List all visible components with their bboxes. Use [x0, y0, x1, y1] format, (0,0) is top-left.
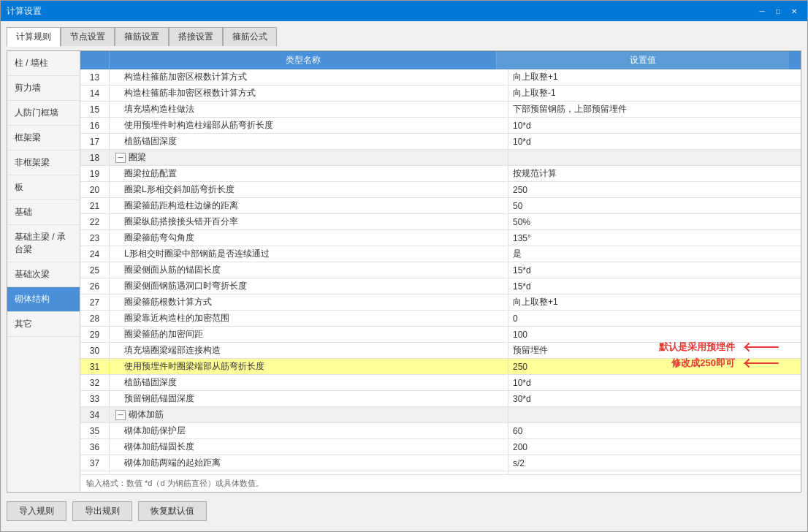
- table-row: 18─圈梁: [80, 150, 801, 166]
- table-row: 13构造柱箍筋加密区根数计算方式向上取整+1: [80, 69, 801, 86]
- footer-btn-1[interactable]: 导出规则: [72, 501, 132, 521]
- footer-btn-0[interactable]: 导入规则: [7, 501, 66, 521]
- cell-number: 30: [80, 343, 110, 358]
- group-toggle[interactable]: ─: [115, 153, 126, 163]
- sidebar-item-0[interactable]: 柱 / 墙柱: [7, 51, 80, 76]
- table-row: 23圈梁箍筋弯勾角度135°: [80, 230, 801, 246]
- cell-value[interactable]: 250: [508, 359, 801, 374]
- cell-name: 砌体加筋锚固长度: [110, 439, 508, 455]
- cell-number: 18: [80, 150, 110, 165]
- cell-name: 填充墙构造柱做法: [110, 102, 508, 117]
- cell-number: 14: [80, 86, 110, 101]
- cell-name: 圈梁侧面从筋的锚固长度: [110, 262, 508, 278]
- cell-name: 填充墙圈梁端部连接构造: [110, 343, 508, 358]
- window-controls: ─ □ ✕: [755, 4, 801, 18]
- cell-value: 10*d: [508, 375, 801, 390]
- table-row: 30填充墙圈梁端部连接构造预留埋件: [80, 343, 801, 359]
- cell-value: 下部预留钢筋，上部预留埋件: [508, 102, 801, 117]
- tab-bar: 计算规则节点设置箍筋设置搭接设置箍筋公式: [7, 27, 801, 46]
- cell-name: 使用预埋件时构造柱端部从筋弯折长度: [110, 118, 508, 133]
- cell-number: 13: [80, 69, 110, 85]
- cell-number: 25: [80, 262, 110, 278]
- table-row: 19圈梁拉筋配置按规范计算: [80, 166, 801, 182]
- cell-value: 200: [508, 439, 801, 455]
- close-button[interactable]: ✕: [787, 4, 801, 18]
- table-row[interactable]: 31使用预埋件时圈梁端部从筋弯折长度250: [80, 359, 801, 375]
- cell-number: 26: [80, 278, 110, 294]
- tab-1[interactable]: 节点设置: [61, 27, 115, 46]
- table-row: 33预留钢筋锚固深度30*d: [80, 391, 801, 407]
- table-row: 35砌体加筋保护层60: [80, 423, 801, 439]
- hint-text: 输入格式：数值 *d（d 为钢筋直径）或具体数值。: [80, 474, 801, 492]
- cell-value: 10*d: [508, 118, 801, 133]
- cell-name: 圈梁纵筋搭接接头错开百分率: [110, 214, 508, 229]
- cell-value: 预留埋件: [508, 343, 801, 358]
- cell-value: 10*d: [508, 134, 801, 149]
- sidebar-item-2[interactable]: 人防门框墙: [7, 101, 80, 126]
- cell-name: 使用预埋件时圈梁端部从筋弯折长度: [110, 359, 508, 374]
- main-window: 计算设置 ─ □ ✕ 计算规则节点设置箍筋设置搭接设置箍筋公式 柱 / 墙柱剪力…: [0, 0, 808, 532]
- maximize-button[interactable]: □: [771, 4, 785, 18]
- group-toggle[interactable]: ─: [115, 410, 126, 420]
- table-row: 34─砌体加筋: [80, 407, 801, 423]
- main-content: 计算规则节点设置箍筋设置搭接设置箍筋公式 柱 / 墙柱剪力墙人防门框墙框架梁非框…: [1, 21, 807, 531]
- table-row: 24L形相交时圈梁中部钢筋是否连续通过是: [80, 246, 801, 262]
- cell-value: [508, 407, 801, 422]
- table-row: 15填充墙构造柱做法下部预留钢筋，上部预留埋件: [80, 102, 801, 118]
- footer-btn-2[interactable]: 恢复默认值: [138, 501, 207, 521]
- col-header-num: [80, 51, 110, 69]
- table-row: 14构造柱箍筋非加密区根数计算方式向上取整-1: [80, 86, 801, 102]
- cell-name: 砌体加筋保护层: [110, 423, 508, 438]
- tab-3[interactable]: 搭接设置: [169, 27, 223, 46]
- table-row: 36砌体加筋锚固长度200: [80, 439, 801, 455]
- cell-value: 向上取整+1: [508, 69, 801, 85]
- cell-name: 圈梁箍筋根数计算方式: [110, 294, 508, 310]
- cell-number: 19: [80, 166, 110, 181]
- cell-name: 圈梁箍筋弯勾角度: [110, 230, 508, 246]
- cell-number: 21: [80, 198, 110, 213]
- sidebar-item-4[interactable]: 非框架梁: [7, 151, 80, 175]
- table-row: 22圈梁纵筋搭接接头错开百分率50%: [80, 214, 801, 230]
- cell-value: 100: [508, 327, 801, 342]
- cell-value: 是: [508, 471, 801, 474]
- cell-value: 60: [508, 423, 801, 438]
- cell-name: 圈梁拉筋配置: [110, 166, 508, 181]
- sidebar-item-6[interactable]: 基础: [7, 200, 80, 225]
- table-row: 16使用预埋件时构造柱端部从筋弯折长度10*d: [80, 118, 801, 134]
- sidebar-item-7[interactable]: 基础主梁 / 承台梁: [7, 225, 80, 262]
- table-scroll[interactable]: 13构造柱箍筋加密区根数计算方式向上取整+114构造柱箍筋非加密区根数计算方式向…: [80, 69, 801, 474]
- tab-2[interactable]: 箍筋设置: [115, 27, 169, 46]
- table-row: 25圈梁侧面从筋的锚固长度15*d: [80, 262, 801, 278]
- content-area: 柱 / 墙柱剪力墙人防门框墙框架梁非框架梁板基础基础主梁 / 承台梁基础次梁砌体…: [7, 50, 801, 493]
- table-area: 类型名称 设置值 13构造柱箍筋加密区根数计算方式向上取整+114构造柱箍筋非加…: [80, 51, 801, 474]
- sidebar-item-10[interactable]: 其它: [7, 312, 80, 337]
- cell-number: 33: [80, 391, 110, 406]
- cell-number: 29: [80, 327, 110, 342]
- table-row: 17植筋锚固深度10*d: [80, 134, 801, 150]
- sidebar-item-9[interactable]: 砌体结构: [7, 287, 80, 312]
- cell-number: 31: [80, 359, 110, 374]
- sidebar-item-1[interactable]: 剪力墙: [7, 76, 80, 101]
- cell-number: 23: [80, 230, 110, 246]
- cell-name: 端部是否带弯折: [110, 471, 508, 474]
- table-header: 类型名称 设置值: [80, 51, 801, 69]
- tab-0[interactable]: 计算规则: [7, 27, 61, 47]
- cell-value: 250: [508, 182, 801, 197]
- sidebar-item-3[interactable]: 框架梁: [7, 126, 80, 151]
- footer: 导入规则导出规则恢复默认值: [7, 497, 801, 525]
- cell-name: ─圈梁: [110, 150, 508, 165]
- cell-number: 17: [80, 134, 110, 149]
- cell-name: 植筋锚固深度: [110, 375, 508, 390]
- title-bar: 计算设置 ─ □ ✕: [1, 1, 807, 21]
- cell-number: 34: [80, 407, 110, 422]
- col-header-name: 类型名称: [110, 51, 497, 69]
- sidebar-item-5[interactable]: 板: [7, 175, 80, 200]
- table-row: 37砌体加筋两端的起始距离s/2: [80, 455, 801, 471]
- cell-value: 30*d: [508, 391, 801, 406]
- tab-4[interactable]: 箍筋公式: [223, 27, 277, 46]
- cell-value: 向上取整+1: [508, 294, 801, 310]
- cell-number: 36: [80, 439, 110, 455]
- minimize-button[interactable]: ─: [755, 4, 769, 18]
- sidebar-item-8[interactable]: 基础次梁: [7, 262, 80, 287]
- table-row: 26圈梁侧面钢筋遇洞口时弯折长度15*d: [80, 278, 801, 294]
